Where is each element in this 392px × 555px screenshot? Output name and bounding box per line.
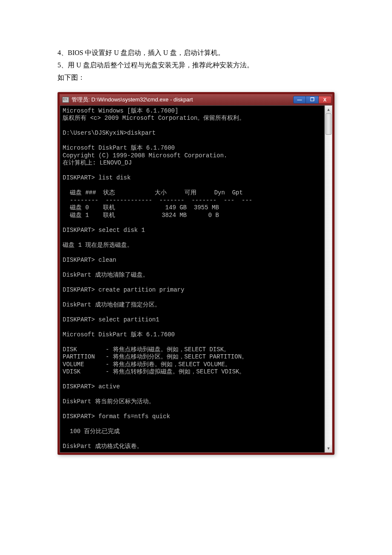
term-line: Copyright (C) 1999-2008 Microsoft Corpor… <box>63 152 227 159</box>
scroll-thumb[interactable] <box>326 113 331 135</box>
term-line: VOLUME - 将焦点移动到卷。例如，SELECT VOLUME。 <box>63 361 231 368</box>
cmd-window: 管理员: D:\Windows\system32\cmd.exe - diskp… <box>58 92 334 455</box>
term-line: Microsoft DiskPart 版本 6.1.7600 <box>63 331 175 338</box>
term-line: 磁盘 1 联机 3824 MB 0 B <box>63 212 219 219</box>
term-line: 磁盘 ### 状态 大小 可用 Dyn Gpt <box>63 189 243 196</box>
close-button[interactable]: X <box>319 96 331 104</box>
scroll-up-icon[interactable]: ▲ <box>325 106 332 113</box>
term-line: Microsoft Windows [版本 6.1.7600] <box>63 107 179 114</box>
term-line: -------- ------------- ------- ------- -… <box>63 197 252 204</box>
titlebar[interactable]: 管理员: D:\Windows\system32\cmd.exe - diskp… <box>60 94 332 105</box>
term-line: VDISK - 将焦点转移到虚拟磁盘。例如，SELECT VDISK。 <box>63 368 245 375</box>
term-line: DISK - 将焦点移动到磁盘。例如，SELECT DISK。 <box>63 346 230 353</box>
term-line: DiskPart 成功地创建了指定分区。 <box>63 301 161 308</box>
term-line: PARTITION - 将焦点移动到分区。例如，SELECT PARTITION… <box>63 353 248 360</box>
term-line: DISKPART> select partition1 <box>63 316 159 323</box>
term-line: DiskPart 成功地清除了磁盘。 <box>63 272 149 278</box>
window-buttons: — ❐ X <box>293 96 331 104</box>
term-line: 在计算机上: LENOVO_DJ <box>63 159 132 166</box>
term-line: DISKPART> active <box>63 383 120 390</box>
doc-line-1: 4、BIOS 中设置好 U 盘启动，插入 U 盘，启动计算机。 <box>58 47 334 58</box>
term-line: D:\Users\DJSKyxiN>diskpart <box>63 130 156 136</box>
term-line: DISKPART> list disk <box>63 174 131 181</box>
scroll-track[interactable] <box>325 113 332 445</box>
term-line: DiskPart 成功格式化该卷。 <box>63 443 143 450</box>
term-line: DISKPART> create partition primary <box>63 286 184 293</box>
term-line: DiskPart 将当前分区标为活动。 <box>63 398 155 405</box>
window-title: 管理员: D:\Windows\system32\cmd.exe - diskp… <box>72 96 293 104</box>
terminal-frame: Microsoft Windows [版本 6.1.7600] 版权所有 <c>… <box>60 105 332 453</box>
doc-line-3: 如下图： <box>58 72 334 83</box>
term-line: DISKPART> select disk 1 <box>63 227 145 234</box>
scrollbar[interactable]: ▲ ▼ <box>325 105 332 453</box>
term-line: 版权所有 <c> 2009 Microsoft Corporation。保留所有… <box>63 115 245 121</box>
cmd-icon <box>62 97 69 103</box>
scroll-down-icon[interactable]: ▼ <box>325 445 332 452</box>
doc-line-2: 5、用 U 盘启动后整个过程与光盘安装无异，推荐此种安装方法。 <box>58 59 334 71</box>
terminal-output[interactable]: Microsoft Windows [版本 6.1.7600] 版权所有 <c>… <box>60 105 325 453</box>
term-line: DISKPART> format fs=ntfs quick <box>63 413 170 420</box>
term-line: 磁盘 1 现在是所选磁盘。 <box>63 242 133 249</box>
term-line: 100 百分比已完成 <box>63 428 120 435</box>
term-line: DISKPART> clean <box>63 257 116 263</box>
minimize-button[interactable]: — <box>293 96 306 104</box>
term-line: 磁盘 0 联机 149 GB 3955 MB <box>63 204 219 211</box>
maximize-button[interactable]: ❐ <box>306 96 319 104</box>
term-line: Microsoft DiskPart 版本 6.1.7600 <box>63 145 175 151</box>
